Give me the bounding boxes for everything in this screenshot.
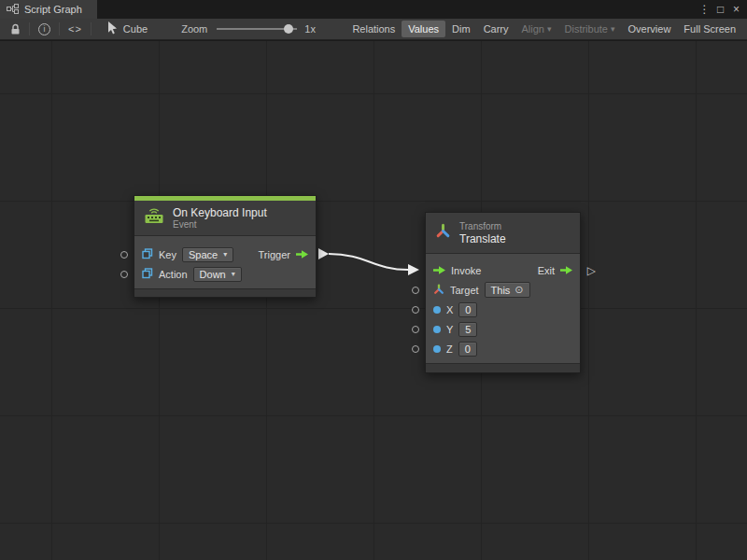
key-input-port[interactable] <box>120 251 128 259</box>
node-on-keyboard-input[interactable]: On Keyboard Input Event Key Space ▾ <box>134 195 317 298</box>
z-label: Z <box>446 343 453 355</box>
action-row: Action Down ▾ <box>134 264 316 284</box>
x-row: X 0 <box>426 300 580 319</box>
float-type-icon <box>433 326 441 333</box>
z-value-field[interactable]: 0 <box>458 342 477 357</box>
window-close-icon[interactable]: × <box>728 0 744 19</box>
window-menu-icon[interactable]: ⋮ <box>697 0 712 19</box>
edit-source-icon[interactable]: <> <box>63 19 88 39</box>
invoke-input-port[interactable] <box>433 265 445 275</box>
tab-script-graph[interactable]: Script Graph <box>0 0 97 19</box>
toolbar-separator <box>59 22 60 35</box>
wire-trigger-to-invoke <box>0 41 747 560</box>
chevron-down-icon: ▾ <box>232 270 235 278</box>
info-icon[interactable]: i <box>33 19 56 39</box>
key-label: Key <box>159 249 176 260</box>
fullscreen-button[interactable]: Full Screen <box>677 21 742 37</box>
zoom-label: Zoom <box>181 23 207 35</box>
target-value-chip[interactable]: This ⊙ <box>485 282 530 298</box>
chevron-down-icon: ▾ <box>223 250 227 259</box>
enum-icon <box>142 246 153 263</box>
trigger-label: Trigger <box>259 249 290 260</box>
target-label: Target <box>450 285 479 296</box>
chevron-down-icon: ▾ <box>611 24 615 34</box>
float-type-icon <box>433 306 441 314</box>
align-button: Align ▾ <box>515 21 558 37</box>
z-row: Z 0 <box>426 339 580 358</box>
enum-icon <box>142 266 153 283</box>
node-title: Translate <box>459 232 506 245</box>
tab-title: Script Graph <box>24 4 82 15</box>
toolbar-separator <box>29 22 30 35</box>
lock-icon[interactable] <box>5 19 26 39</box>
chevron-down-icon: ▾ <box>547 24 552 34</box>
exit-label: Exit <box>538 265 555 276</box>
self-target-icon: ⊙ <box>514 284 523 296</box>
transform-mini-icon <box>433 282 444 299</box>
action-input-port[interactable] <box>120 271 128 278</box>
x-input-port[interactable] <box>412 306 419 314</box>
graph-canvas[interactable]: On Keyboard Input Event Key Space ▾ <box>0 41 747 560</box>
node-transform-translate[interactable]: Transform Translate Invoke Exit <box>425 212 581 373</box>
graph-tab-icon <box>7 4 19 16</box>
carry-button[interactable]: Carry <box>477 21 515 37</box>
target-input-port[interactable] <box>412 287 419 294</box>
y-row: Y 5 <box>426 319 580 339</box>
key-row: Key Space ▾ Trigger <box>134 245 316 264</box>
graph-target[interactable]: Cube <box>94 21 157 36</box>
action-dropdown[interactable]: Down ▾ <box>193 267 242 282</box>
z-input-port[interactable] <box>412 345 419 353</box>
key-dropdown[interactable]: Space ▾ <box>182 247 233 262</box>
node-footer <box>134 288 316 297</box>
window-titlebar: Script Graph ⋮ □ × <box>0 0 747 19</box>
toolbar-separator <box>91 22 92 35</box>
node-footer <box>426 363 580 372</box>
titlebar-spacer <box>97 0 697 19</box>
exit-port-triangle[interactable]: ▷ <box>587 264 596 275</box>
zoom-slider[interactable] <box>217 22 297 35</box>
invoke-label: Invoke <box>451 265 481 276</box>
distribute-button: Distribute ▾ <box>558 21 622 37</box>
target-label: Cube <box>123 23 148 35</box>
keyboard-icon <box>144 208 164 228</box>
values-button[interactable]: Values <box>402 21 445 37</box>
cursor-icon <box>107 21 118 36</box>
trigger-output-port[interactable] <box>296 249 308 259</box>
y-input-port[interactable] <box>412 326 419 333</box>
x-label: X <box>446 304 453 315</box>
invoke-row: Invoke Exit ▷ <box>426 260 580 280</box>
float-type-icon <box>433 345 441 353</box>
zoom-slider-knob[interactable] <box>284 24 293 34</box>
exit-output-port[interactable] <box>560 265 572 275</box>
window-maximize-icon[interactable]: □ <box>712 0 728 19</box>
transform-icon <box>435 223 451 243</box>
overview-button[interactable]: Overview <box>622 21 678 37</box>
relations-button[interactable]: Relations <box>345 21 402 37</box>
x-value-field[interactable]: 0 <box>458 302 477 317</box>
dim-button[interactable]: Dim <box>445 21 477 37</box>
node-subtitle: Event <box>173 219 267 231</box>
node-title: On Keyboard Input <box>173 206 267 219</box>
graph-toolbar: i <> Cube Zoom 1x Relations Values Dim C… <box>0 19 747 40</box>
y-value-field[interactable]: 5 <box>458 322 477 337</box>
target-row: Target This ⊙ <box>426 280 580 300</box>
y-label: Y <box>446 324 453 335</box>
action-label: Action <box>159 269 188 280</box>
node-category: Transform <box>459 221 506 232</box>
zoom-value: 1x <box>304 23 316 35</box>
